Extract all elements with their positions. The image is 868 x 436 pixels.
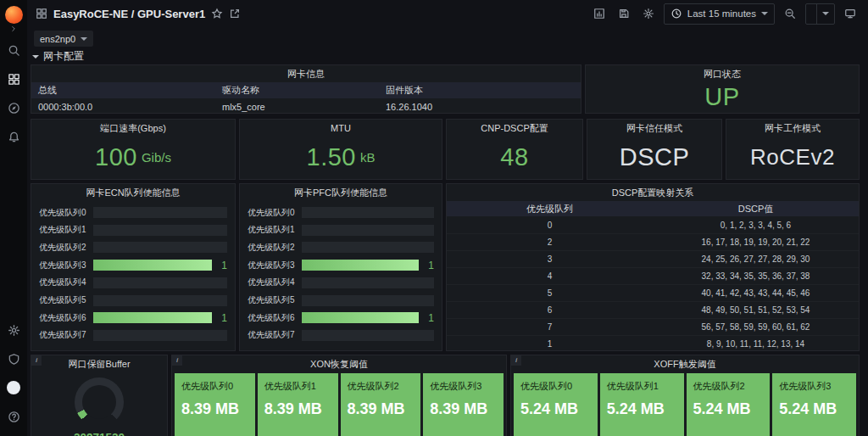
queue-bar (93, 260, 212, 271)
queue-value: 1 (423, 260, 434, 271)
panel-xoff-threshold: XOFF触发阈值 优先级队列05.24 MB优先级队列15.24 MB优先级队列… (510, 355, 860, 436)
table-row: 216, 17, 18, 19, 19, 20, 21, 22 (447, 233, 859, 250)
panel-nic-info: 网卡信息 总线驱动名称固件版本 0000:3b:00.0mlx5_core16.… (31, 64, 581, 114)
panel-title[interactable]: CNP-DSCP配置 (447, 120, 582, 137)
chevron-down-icon (761, 12, 768, 15)
avatar (7, 381, 20, 394)
stat-number: 1.50 (307, 143, 356, 171)
help-icon[interactable] (4, 407, 23, 426)
search-icon[interactable] (4, 41, 23, 59)
stat-tile: 优先级队列08.39 MB (175, 373, 255, 436)
dashboard-title[interactable]: EasyRoCE-NE / GPU-Server1 (53, 8, 205, 20)
panel-title[interactable]: MTU (240, 120, 442, 137)
grafana-logo (5, 6, 23, 24)
table-row: 0000:3b:00.0mlx5_core16.26.1040 (31, 98, 581, 115)
dashboards-icon[interactable] (4, 70, 23, 88)
stat-tile: 优先级队列28.39 MB (341, 373, 421, 436)
table-cell: 16, 17, 18, 19, 19, 20, 21, 22 (653, 238, 859, 247)
sidebar (0, 0, 27, 436)
column-header[interactable]: 优先级队列 (447, 203, 653, 215)
server-admin-shield-icon[interactable] (4, 349, 23, 368)
queue-label: 优先级队列0 (39, 207, 93, 219)
row-title: 网卡配置 (43, 49, 84, 64)
stat-tiles: 优先级队列05.24 MB优先级队列15.24 MB优先级队列25.24 MB优… (514, 373, 856, 436)
refresh-interval-dropdown[interactable] (816, 4, 834, 24)
user-avatar[interactable] (4, 378, 23, 397)
alerting-bell-icon[interactable] (4, 127, 23, 146)
panel-title[interactable]: DSCP配置映射关系 (447, 184, 859, 201)
queue-bar-row: 优先级队列2 (39, 239, 227, 255)
stat-tile: 优先级队列15.24 MB (600, 373, 684, 436)
panel-title[interactable]: 网口状态 (586, 65, 859, 82)
table-cell: 40, 41, 42, 43, 43, 44, 45, 46 (653, 288, 859, 298)
queue-bar (93, 312, 212, 323)
panel-mtu: MTU 1.50 kB (239, 119, 442, 180)
queue-label: 优先级队列1 (39, 224, 93, 236)
queue-label: 优先级队列1 (248, 224, 302, 236)
zoom-out-icon[interactable] (781, 3, 799, 24)
panel-title[interactable]: XOFF触发阈值 (511, 355, 859, 372)
queue-bar-row: 优先级队列0 (248, 204, 434, 221)
queue-bar (302, 330, 434, 341)
explore-compass-icon[interactable] (4, 98, 23, 117)
table-cell: 2 (447, 238, 653, 247)
save-dashboard-icon[interactable] (615, 3, 633, 24)
refresh-icon[interactable] (806, 4, 816, 24)
sidebar-expand-icon[interactable] (4, 24, 23, 34)
panel-title[interactable]: 网口保留Buffer (31, 355, 167, 372)
stat-number: RoCEv2 (750, 144, 835, 170)
panel-port-speed: 端口速率(Gbps) 100 Gib/s (31, 119, 236, 180)
stat-tile-label: 优先级队列1 (607, 380, 677, 393)
column-header[interactable]: 总线 (38, 84, 222, 97)
panel-title[interactable]: 网卡信任模式 (587, 120, 721, 137)
table-cell: mlx5_core (222, 102, 386, 112)
panel-title[interactable]: XON恢复阈值 (172, 355, 506, 372)
stat-number: 100 (95, 143, 137, 171)
breadcrumb: EasyRoCE-NE / GPU-Server1 (36, 8, 241, 20)
column-header[interactable]: DSCP值 (653, 203, 859, 215)
table-body: 00, 1, 2, 3, 3, 4, 5, 6216, 17, 18, 19, … (447, 216, 859, 352)
panel-title[interactable]: 端口速率(Gbps) (31, 120, 235, 137)
column-header[interactable]: 固件版本 (386, 84, 581, 97)
time-range-picker[interactable]: Last 15 minutes (664, 3, 775, 25)
panel-pfc-queues: 网卡PFC队列使能信息 优先级队列0优先级队列1优先级队列2优先级队列31优先级… (239, 183, 442, 351)
column-header[interactable]: 驱动名称 (222, 84, 386, 97)
refresh-picker (805, 3, 835, 25)
queue-bar (93, 277, 227, 288)
grafana-logo-icon[interactable] (4, 5, 23, 24)
queue-label: 优先级队列0 (248, 207, 302, 219)
panel-info-icon[interactable] (511, 355, 521, 366)
configuration-gear-icon[interactable] (4, 321, 23, 339)
variable-dropdown-interface[interactable]: ens2np0 (34, 31, 93, 47)
panel-title[interactable]: 网卡信息 (31, 65, 581, 82)
share-icon[interactable] (229, 8, 241, 20)
dashboard-settings-gear-icon[interactable] (639, 3, 658, 24)
panel-title[interactable]: 网卡工作模式 (726, 120, 859, 137)
panel-title[interactable]: 网卡PFC队列使能信息 (240, 184, 442, 201)
table-cell: 6 (447, 305, 653, 315)
panel-info-icon[interactable] (31, 355, 42, 366)
queue-bar (302, 225, 434, 236)
panel-info-icon[interactable] (172, 355, 182, 366)
stat-tile-value: 5.24 MB (693, 400, 764, 418)
stat-tile: 优先级队列35.24 MB (772, 373, 856, 436)
star-icon[interactable] (211, 8, 223, 20)
stat-tile-label: 优先级队列1 (264, 380, 331, 393)
top-navbar: EasyRoCE-NE / GPU-Server1 Last 15 minute… (27, 0, 868, 27)
queue-bar (93, 225, 227, 236)
bar-gauge-list: 优先级队列0优先级队列1优先级队列2优先级队列31优先级队列4优先级队列5优先级… (39, 204, 227, 344)
bar-gauge-list: 优先级队列0优先级队列1优先级队列2优先级队列31优先级队列4优先级队列5优先级… (248, 204, 434, 344)
stat-tile: 优先级队列25.24 MB (687, 373, 771, 436)
stat-value: RoCEv2 (726, 138, 859, 176)
table-cell: 4 (447, 271, 653, 281)
tv-mode-icon[interactable] (841, 3, 860, 24)
queue-bar-row: 优先级队列31 (39, 257, 227, 273)
queue-label: 优先级队列2 (248, 242, 302, 254)
panel-title[interactable]: 网卡ECN队列使能信息 (31, 184, 235, 201)
table-cell: 0 (447, 221, 653, 230)
queue-bar-row: 优先级队列5 (248, 293, 434, 309)
stat-unit: Gib/s (142, 150, 171, 165)
dashboard-row-header[interactable]: 网卡配置 (32, 49, 84, 64)
add-panel-icon[interactable] (590, 3, 609, 24)
table-row: 540, 41, 42, 43, 43, 44, 45, 46 (447, 284, 859, 301)
